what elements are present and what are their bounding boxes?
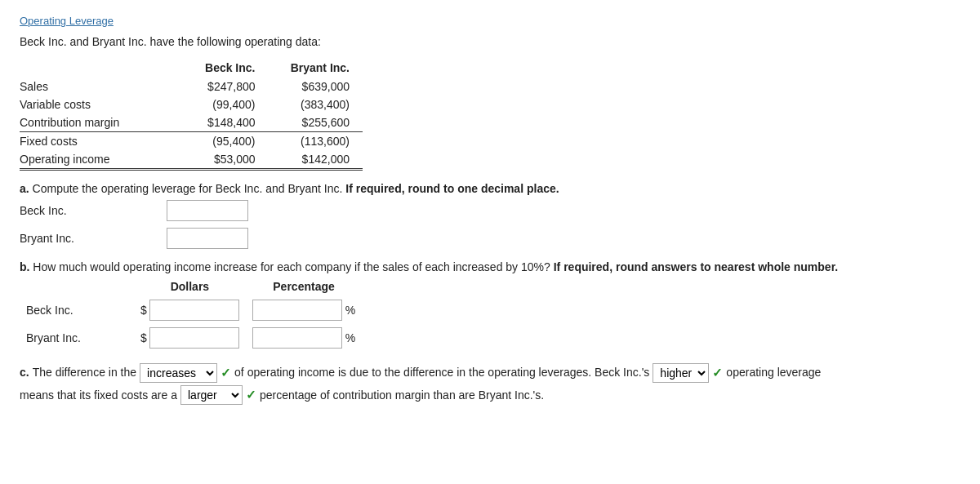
bryant-pct-input[interactable] (252, 327, 342, 349)
higher-dropdown[interactable]: higher lower (653, 363, 709, 383)
beck-inc-b-row: Beck Inc. $ % (20, 296, 362, 324)
beck-pct-cell: % (246, 296, 362, 324)
larger-dropdown-wrap: larger smaller ✓ (180, 385, 256, 405)
increases-dropdown-wrap: increases decreases ✓ (140, 362, 231, 384)
table-row: Fixed costs(95,400)(113,600) (20, 132, 363, 151)
bryant-label-b: Bryant Inc. (20, 324, 134, 352)
part-a-label: a. Compute the operating leverage for Be… (20, 182, 960, 195)
part-c-text3: operating leverage (726, 362, 821, 383)
intro-text: Beck Inc. and Bryant Inc. have the follo… (20, 35, 960, 48)
row-beck-value: (95,400) (174, 132, 269, 151)
bryant-dollars-cell: $ (134, 324, 246, 352)
page-title: Operating Leverage (20, 15, 960, 27)
part-c-text2: of operating income is due to the differ… (234, 362, 649, 383)
bryant-inc-leverage-input[interactable] (167, 228, 248, 249)
operating-data-table: Beck Inc. Bryant Inc. Sales$247,800$639,… (20, 60, 363, 171)
row-bryant-value: (383,400) (269, 95, 363, 113)
row-label: Variable costs (20, 95, 174, 113)
part-b-table: Dollars Percentage Beck Inc. $ % Bryant … (20, 278, 362, 352)
larger-dropdown[interactable]: larger smaller (180, 385, 243, 405)
row-beck-value: $53,000 (174, 150, 269, 170)
dropdown2-check: ✓ (712, 362, 723, 384)
row-bryant-value: (113,600) (269, 132, 363, 151)
table-row: Variable costs(99,400)(383,400) (20, 95, 363, 113)
table-row: Contribution margin$148,400$255,600 (20, 113, 363, 132)
col-header-dollars: Dollars (134, 278, 246, 296)
bryant-inc-label-a: Bryant Inc. (20, 232, 167, 245)
beck-dollars-cell: $ (134, 296, 246, 324)
beck-pct-input[interactable] (252, 300, 342, 321)
bryant-inc-leverage-row: Bryant Inc. (20, 228, 960, 249)
row-beck-value: $247,800 (174, 78, 269, 95)
row-beck-value: (99,400) (174, 95, 269, 113)
pct-symbol-bryant: % (345, 331, 355, 344)
col-header-beck: Beck Inc. (174, 60, 269, 78)
beck-label-b: Beck Inc. (20, 296, 134, 324)
higher-dropdown-wrap: higher lower ✓ (653, 362, 723, 384)
bryant-inc-b-row: Bryant Inc. $ % (20, 324, 362, 352)
table-row: Sales$247,800$639,000 (20, 78, 363, 95)
col-header-blank (20, 278, 134, 296)
beck-inc-leverage-input[interactable] (167, 200, 248, 221)
part-c-row1: c. The difference in the increases decre… (20, 362, 960, 384)
row-bryant-value: $639,000 (269, 78, 363, 95)
bryant-pct-cell: % (246, 324, 362, 352)
row-label: Operating income (20, 150, 174, 170)
part-b-label: b. How much would operating income incre… (20, 260, 960, 273)
part-c-text1: The difference in the (33, 362, 136, 383)
part-c-text5: percentage of contribution margin than a… (260, 389, 544, 402)
beck-inc-label-a: Beck Inc. (20, 204, 167, 217)
col-header-bryant: Bryant Inc. (269, 60, 363, 78)
dollar-sign-beck: $ (140, 304, 147, 317)
beck-dollars-input[interactable] (149, 300, 239, 321)
dropdown3-check: ✓ (246, 388, 256, 402)
row-label: Fixed costs (20, 132, 174, 151)
col-header-pct: Percentage (246, 278, 362, 296)
dollar-sign-bryant: $ (140, 331, 147, 344)
table-row: Operating income$53,000$142,000 (20, 150, 363, 170)
row-beck-value: $148,400 (174, 113, 269, 132)
bryant-dollars-input[interactable] (149, 327, 239, 349)
row-label: Sales (20, 78, 174, 95)
dropdown1-check: ✓ (220, 362, 231, 384)
col-header-label (20, 60, 174, 78)
part-c-row2: means that its fixed costs are a larger … (20, 385, 960, 405)
pct-symbol-beck: % (345, 304, 355, 317)
increases-dropdown[interactable]: increases decreases (140, 363, 217, 383)
part-c-label: c. (20, 362, 29, 383)
beck-inc-leverage-row: Beck Inc. (20, 200, 960, 221)
row-bryant-value: $255,600 (269, 113, 363, 132)
row-label: Contribution margin (20, 113, 174, 132)
part-c-text4: means that its fixed costs are a (20, 389, 177, 402)
row-bryant-value: $142,000 (269, 150, 363, 170)
